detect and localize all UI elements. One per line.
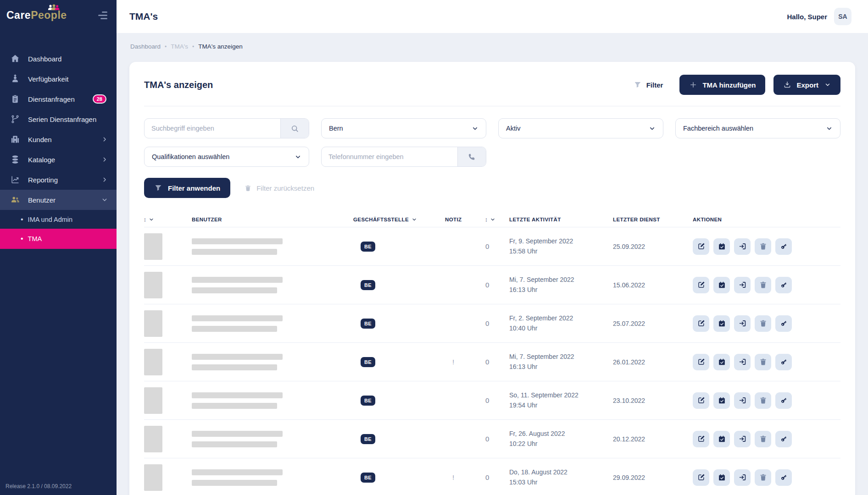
delete-button[interactable] bbox=[755, 277, 771, 293]
edit-button[interactable] bbox=[693, 354, 709, 370]
calendar-button[interactable] bbox=[713, 431, 730, 447]
column-header-letzte-aktivitaet[interactable]: LETZTE AKTIVITÄT bbox=[509, 217, 613, 222]
column-header-notiz[interactable]: NOTIZ bbox=[445, 217, 485, 222]
chevron-down-icon bbox=[472, 125, 479, 132]
key-button[interactable] bbox=[775, 431, 792, 447]
edit-button[interactable] bbox=[693, 277, 709, 293]
status-select[interactable]: Aktiv bbox=[498, 118, 663, 138]
sidebar-subitem-tma[interactable]: • TMA bbox=[0, 229, 117, 249]
add-tma-button[interactable]: TMA hinzufügen bbox=[679, 75, 765, 95]
office-badge: BE bbox=[361, 280, 375, 290]
sidebar-item-dienstanfragen[interactable]: Dienstanfragen 28 bbox=[0, 89, 117, 109]
menu-toggle-icon[interactable] bbox=[98, 11, 107, 19]
status-select-value: Aktiv bbox=[506, 125, 520, 132]
edit-button[interactable] bbox=[693, 315, 709, 332]
key-button[interactable] bbox=[775, 277, 792, 293]
search-input[interactable] bbox=[145, 119, 280, 138]
calendar-button[interactable] bbox=[713, 315, 730, 332]
count-cell: 0 bbox=[485, 242, 509, 250]
table-body: BE 0 Fr, 9. September 2022 15:58 Uhr 25.… bbox=[144, 227, 840, 495]
search-button[interactable] bbox=[280, 119, 309, 138]
count-cell: 0 bbox=[485, 435, 509, 443]
calendar-button[interactable] bbox=[713, 277, 730, 293]
delete-button[interactable] bbox=[755, 238, 771, 255]
breadcrumb-tmas[interactable]: TMA's bbox=[171, 43, 188, 50]
page-title: TMA's bbox=[129, 11, 158, 22]
column-header-benutzer[interactable]: BENUTZER bbox=[192, 217, 353, 222]
key-button[interactable] bbox=[775, 238, 792, 255]
sidebar-item-kunden[interactable]: Kunden bbox=[0, 129, 117, 149]
delete-button[interactable] bbox=[755, 315, 771, 332]
key-button[interactable] bbox=[775, 354, 792, 370]
reset-filter-button[interactable]: Filter zurücksetzen bbox=[244, 184, 314, 192]
login-as-button[interactable] bbox=[734, 238, 751, 255]
sidebar-item-label: Benutzer bbox=[28, 196, 101, 204]
sidebar-subitem-ima-und-admin[interactable]: • IMA und Admin bbox=[0, 210, 117, 229]
sidebar-item-label: Dashboard bbox=[28, 55, 108, 63]
breadcrumb-dashboard[interactable]: Dashboard bbox=[130, 43, 161, 50]
column-header-zaehler[interactable]: : bbox=[485, 217, 509, 222]
phone-icon bbox=[467, 153, 476, 161]
fachbereich-select[interactable]: Fachbereich auswählen bbox=[675, 118, 840, 138]
key-button[interactable] bbox=[775, 392, 792, 409]
chevron-down-icon bbox=[490, 217, 495, 222]
actions-cell bbox=[693, 315, 840, 332]
login-as-button[interactable] bbox=[734, 431, 751, 447]
edit-button[interactable] bbox=[693, 431, 709, 447]
delete-button[interactable] bbox=[755, 354, 771, 370]
phone-input[interactable] bbox=[322, 147, 457, 166]
region-select[interactable]: Bern bbox=[321, 118, 486, 138]
sidebar-item-reporting[interactable]: Reporting bbox=[0, 170, 117, 190]
sidebar-item-kataloge[interactable]: Kataloge bbox=[0, 149, 117, 170]
sidebar-item-dashboard[interactable]: Dashboard bbox=[0, 49, 117, 69]
trash-icon bbox=[759, 280, 768, 289]
login-as-button[interactable] bbox=[734, 392, 751, 409]
users-icon bbox=[10, 195, 20, 205]
reset-filter-label: Filter zurücksetzen bbox=[256, 184, 314, 192]
apply-filter-button[interactable]: Filter anwenden bbox=[144, 178, 230, 198]
phone-button[interactable] bbox=[457, 147, 486, 166]
chevron-down-icon bbox=[649, 125, 656, 132]
qualifikationen-select[interactable]: Qualifikationen auswählen bbox=[144, 147, 309, 167]
sidebar-nav: Dashboard Verfügbarkeit Dienstanfragen 2… bbox=[0, 49, 117, 249]
edit-button[interactable] bbox=[693, 469, 709, 486]
app-logo[interactable]: CarePeople bbox=[6, 9, 67, 22]
sidebar-item-verfuegbarkeit[interactable]: Verfügbarkeit bbox=[0, 69, 117, 89]
office-badge: BE bbox=[361, 357, 375, 367]
delete-button[interactable] bbox=[755, 431, 771, 447]
sidebar-item-benutzer[interactable]: Benutzer bbox=[0, 190, 117, 210]
calendar-button[interactable] bbox=[713, 354, 730, 370]
column-header-sort[interactable]: : bbox=[144, 217, 192, 222]
actions-cell bbox=[693, 277, 840, 293]
login-as-button[interactable] bbox=[734, 277, 751, 293]
key-button[interactable] bbox=[775, 315, 792, 332]
login-as-button[interactable] bbox=[734, 469, 751, 486]
edit-button[interactable] bbox=[693, 392, 709, 409]
last-activity-cell: Fr, 2. September 2022 10:40 Uhr bbox=[509, 314, 613, 333]
avatar[interactable]: SA bbox=[834, 8, 851, 25]
avatar-placeholder bbox=[144, 233, 162, 260]
column-header-geschaeftsstelle[interactable]: GESCHÄFTSSTELLE bbox=[353, 217, 445, 222]
topbar: TMA's Hallo, Super SA bbox=[117, 0, 868, 33]
actions-cell bbox=[693, 469, 840, 486]
key-button[interactable] bbox=[775, 469, 792, 486]
redacted-name-bar bbox=[192, 315, 283, 321]
column-header-label: NOTIZ bbox=[445, 217, 462, 222]
avatar-placeholder bbox=[144, 464, 162, 491]
apply-filter-label: Filter anwenden bbox=[168, 184, 220, 192]
chevron-down-icon bbox=[149, 217, 154, 222]
calendar-button[interactable] bbox=[713, 238, 730, 255]
column-header-aktionen[interactable]: AKTIONEN bbox=[693, 217, 840, 222]
key-icon bbox=[779, 280, 788, 289]
delete-button[interactable] bbox=[755, 392, 771, 409]
export-button[interactable]: Export bbox=[773, 75, 840, 95]
calendar-button[interactable] bbox=[713, 469, 730, 486]
calendar-button[interactable] bbox=[713, 392, 730, 409]
login-as-button[interactable] bbox=[734, 315, 751, 332]
filter-toggle[interactable]: Filter bbox=[634, 81, 663, 89]
column-header-letzter-dienst[interactable]: LETZTER DIENST bbox=[613, 217, 693, 222]
sidebar-item-serien-dienstanfragen[interactable]: Serien Dienstanfragen bbox=[0, 109, 117, 129]
edit-button[interactable] bbox=[693, 238, 709, 255]
delete-button[interactable] bbox=[755, 469, 771, 486]
login-as-button[interactable] bbox=[734, 354, 751, 370]
